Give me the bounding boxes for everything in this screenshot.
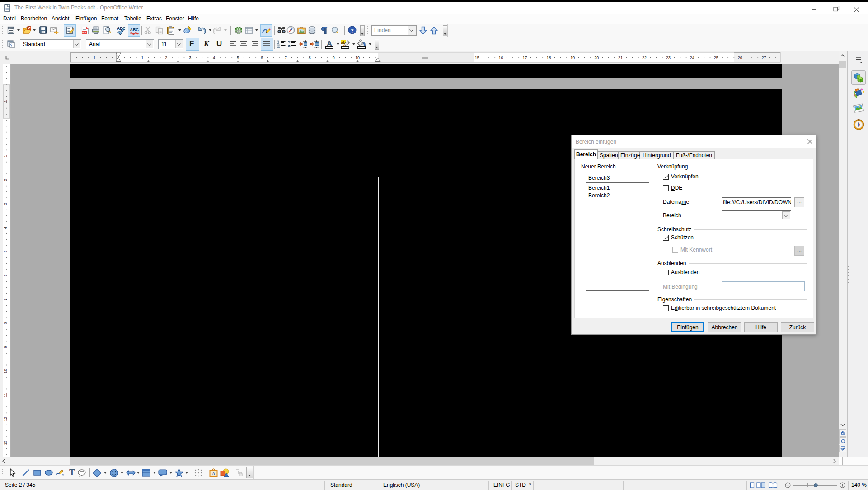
- svg-text:20: 20: [594, 56, 599, 60]
- svg-text:26: 26: [738, 56, 742, 60]
- svg-text:?: ?: [351, 27, 354, 34]
- svg-text:4: 4: [213, 56, 215, 60]
- svg-text:5: 5: [3, 251, 8, 253]
- svg-text:19: 19: [570, 56, 575, 60]
- svg-text:10: 10: [3, 369, 8, 373]
- svg-text:ABC: ABC: [117, 26, 126, 31]
- svg-text:3: 3: [189, 56, 191, 60]
- svg-text:8: 8: [3, 322, 8, 324]
- svg-text:A: A: [212, 471, 216, 476]
- svg-text:27: 27: [762, 56, 766, 60]
- svg-text:6: 6: [261, 56, 263, 60]
- svg-text:9: 9: [333, 56, 335, 60]
- svg-text:2: 2: [165, 56, 167, 60]
- svg-text:12: 12: [3, 416, 8, 421]
- svg-text:PDF: PDF: [82, 31, 87, 34]
- svg-text:A: A: [327, 40, 332, 47]
- svg-text:22: 22: [642, 56, 647, 60]
- svg-text:3: 3: [3, 203, 8, 205]
- svg-text:10: 10: [355, 56, 360, 60]
- svg-text:1: 1: [3, 100, 8, 102]
- svg-text:6: 6: [3, 275, 8, 277]
- svg-text:8: 8: [309, 56, 311, 60]
- svg-text:21: 21: [618, 56, 623, 60]
- svg-text:15: 15: [475, 56, 479, 60]
- svg-text:7: 7: [3, 298, 8, 300]
- svg-text:9: 9: [3, 346, 8, 348]
- svg-text:7: 7: [285, 56, 287, 60]
- svg-text:17: 17: [522, 56, 527, 60]
- svg-text:18: 18: [546, 56, 551, 60]
- svg-text:13: 13: [3, 440, 8, 445]
- svg-text:2: 2: [3, 179, 8, 181]
- svg-text:16: 16: [499, 56, 503, 60]
- svg-text:ABC: ABC: [130, 28, 139, 32]
- svg-text:4: 4: [3, 227, 8, 229]
- svg-text:1: 1: [3, 155, 8, 157]
- svg-text:5: 5: [237, 56, 239, 60]
- svg-text:24: 24: [690, 56, 694, 60]
- svg-text:N: N: [858, 119, 860, 121]
- svg-text:25: 25: [714, 56, 718, 60]
- svg-text:11: 11: [3, 393, 8, 397]
- svg-text:1: 1: [94, 56, 96, 60]
- svg-text:23: 23: [666, 56, 671, 60]
- svg-text:1: 1: [141, 56, 143, 60]
